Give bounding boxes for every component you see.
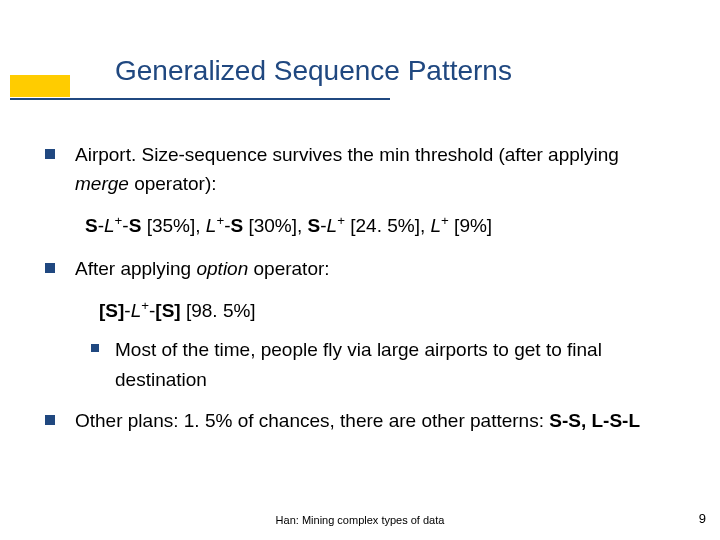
bullet-3-bold: S-S, L-S-L xyxy=(549,410,640,431)
title-underline xyxy=(10,98,390,100)
sequence-line-2: [S]-L+-[S] [98. 5%] xyxy=(45,296,675,325)
seq2-p2: L xyxy=(131,300,142,321)
seq1-v1: [35%], xyxy=(141,215,205,236)
seq2-v1: [98. 5%] xyxy=(181,300,256,321)
seq1-p4: L xyxy=(206,215,217,236)
seq1-p7: L xyxy=(327,215,338,236)
sequence-line-1: S-L+-S [35%], L+-S [30%], S-L+ [24. 5%],… xyxy=(45,211,675,240)
seq1-p6: S xyxy=(308,215,321,236)
bullet-1-text-pre: Airport. Size-sequence survives the min … xyxy=(75,144,619,165)
seq1-p8: L xyxy=(430,215,441,236)
bullet-2-text-pre: After applying xyxy=(75,258,196,279)
bullet-2-em: option xyxy=(196,258,248,279)
footer-center: Han: Mining complex types of data xyxy=(0,514,720,526)
square-bullet-icon xyxy=(45,149,55,159)
accent-block xyxy=(10,75,70,97)
bullet-1: Airport. Size-sequence survives the min … xyxy=(45,140,675,199)
seq2-sup1: + xyxy=(141,297,149,312)
bullet-2-1-text: Most of the time, people fly via large a… xyxy=(115,339,602,389)
seq2-p3: [S] xyxy=(155,300,180,321)
seq1-p3: S xyxy=(129,215,142,236)
bullet-2-text-post: operator: xyxy=(248,258,329,279)
seq1-p2: L xyxy=(104,215,115,236)
page-number: 9 xyxy=(699,511,706,526)
slide-title: Generalized Sequence Patterns xyxy=(115,55,512,87)
square-bullet-icon xyxy=(45,415,55,425)
square-bullet-icon xyxy=(91,344,99,352)
slide-body: Airport. Size-sequence survives the min … xyxy=(45,140,675,448)
seq1-p1: S xyxy=(85,215,98,236)
seq1-v4: [9%] xyxy=(449,215,492,236)
seq1-sup4: + xyxy=(441,213,449,228)
bullet-1-text-post: operator): xyxy=(129,173,217,194)
seq1-v2: [30%], xyxy=(243,215,307,236)
seq1-p5: S xyxy=(230,215,243,236)
square-bullet-icon xyxy=(45,263,55,273)
bullet-3-text-pre: Other plans: 1. 5% of chances, there are… xyxy=(75,410,549,431)
seq1-sup2: + xyxy=(216,213,224,228)
bullet-2: After applying option operator: xyxy=(45,254,675,283)
seq1-sup3: + xyxy=(337,213,345,228)
seq1-v3: [24. 5%], xyxy=(345,215,431,236)
bullet-3: Other plans: 1. 5% of chances, there are… xyxy=(45,406,675,435)
bullet-2-1: Most of the time, people fly via large a… xyxy=(45,335,675,394)
bullet-1-em: merge xyxy=(75,173,129,194)
seq2-p1: [S] xyxy=(99,300,124,321)
